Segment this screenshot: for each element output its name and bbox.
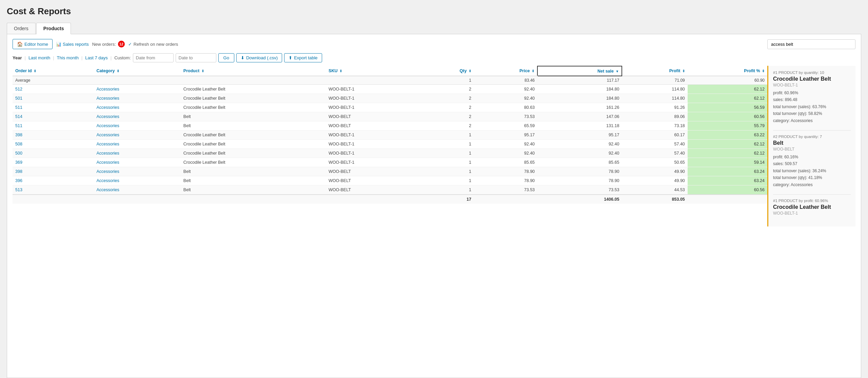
tab-orders[interactable]: Orders xyxy=(7,23,36,34)
product1-profit: profit: 60.96% xyxy=(773,89,851,96)
col-sku[interactable]: SKU ⇕ xyxy=(326,66,422,76)
cell-category[interactable]: Accessories xyxy=(94,176,180,185)
cell-qty: 2 xyxy=(422,94,474,103)
cell-order-id[interactable]: 396 xyxy=(13,176,94,185)
cell-category[interactable]: Accessories xyxy=(94,158,180,167)
cell-category[interactable]: Accessories xyxy=(94,112,180,121)
search-input[interactable] xyxy=(767,39,855,49)
avg-profit: 71.09 xyxy=(622,76,687,85)
cell-product: Crocodile Leather Belt xyxy=(181,140,326,149)
download-button[interactable]: ⬇ Download (.csv) xyxy=(236,53,282,62)
last-month-filter[interactable]: Last month xyxy=(28,55,50,60)
cell-order-id[interactable]: 512 xyxy=(13,85,94,94)
col-net-sale[interactable]: Net sale ▼ xyxy=(537,66,622,76)
cell-profit: 114.80 xyxy=(622,85,687,94)
cell-product: Crocodile Leather Belt xyxy=(181,103,326,112)
tab-products[interactable]: Products xyxy=(36,23,71,34)
cell-qty: 2 xyxy=(422,103,474,112)
product1-category: category: Accessories xyxy=(773,117,851,124)
cell-category[interactable]: Accessories xyxy=(94,149,180,158)
cell-qty: 1 xyxy=(422,185,474,195)
col-product[interactable]: Product ⇕ xyxy=(181,66,326,76)
cell-sku: WOO-BELT-1 xyxy=(326,94,422,103)
average-row: Average 1 83.46 117.17 71.09 60.90 xyxy=(13,76,767,85)
cell-order-id[interactable]: 398 xyxy=(13,131,94,140)
go-button[interactable]: Go xyxy=(218,53,234,62)
avg-qty: 1 xyxy=(422,76,474,85)
cell-profit: 49.90 xyxy=(622,167,687,176)
cell-category[interactable]: Accessories xyxy=(94,85,180,94)
table-row: 508 Accessories Crocodile Leather Belt W… xyxy=(13,140,767,149)
cell-profit-pct: 62.12 xyxy=(688,94,767,103)
cell-sku: WOO-BELT-1 xyxy=(326,140,422,149)
last7-filter[interactable]: Last 7 days xyxy=(85,55,108,60)
cell-category[interactable]: Accessories xyxy=(94,121,180,131)
product1-sku: WOO-BELT-1 xyxy=(773,83,851,87)
cell-price: 78.90 xyxy=(474,176,537,185)
product2-sales: sales: 509.57 xyxy=(773,160,851,167)
toolbar: 🏠 Editor home 📊 Sales reports New orders… xyxy=(13,39,855,49)
right-panel: #1 PRODUCT by quantity: 10 Crocodile Lea… xyxy=(767,66,855,226)
cell-order-id[interactable]: 511 xyxy=(13,103,94,112)
cell-category[interactable]: Accessories xyxy=(94,185,180,195)
cell-order-id[interactable]: 500 xyxy=(13,149,94,158)
date-to-input[interactable] xyxy=(176,53,216,62)
col-profit-pct[interactable]: Profit % ⇕ xyxy=(688,66,767,76)
cell-order-id[interactable]: 508 xyxy=(13,140,94,149)
cell-category[interactable]: Accessories xyxy=(94,167,180,176)
cell-order-id[interactable]: 501 xyxy=(13,94,94,103)
cell-price: 65.59 xyxy=(474,121,537,131)
main-content: 🏠 Editor home 📊 Sales reports New orders… xyxy=(7,34,861,378)
cell-sku: WOO-BELT-1 xyxy=(326,149,422,158)
col-order-id[interactable]: Order id ⇕ xyxy=(13,66,94,76)
cell-product: Belt xyxy=(181,167,326,176)
cell-sku: WOO-BELT-1 xyxy=(326,158,422,167)
content-area: Average 1 83.46 117.17 71.09 60.90 Order… xyxy=(13,66,855,226)
footer-qty: 17 xyxy=(422,195,474,204)
col-profit[interactable]: Profit ⇕ xyxy=(622,66,687,76)
cell-price: 95.17 xyxy=(474,131,537,140)
col-price[interactable]: Price ⇕ xyxy=(474,66,537,76)
cell-qty: 1 xyxy=(422,131,474,140)
cell-category[interactable]: Accessories xyxy=(94,94,180,103)
export-button[interactable]: ⬆ Export table xyxy=(284,53,322,62)
date-from-input[interactable] xyxy=(133,53,174,62)
cell-product: Belt xyxy=(181,121,326,131)
sales-reports-link[interactable]: 📊 Sales reports xyxy=(56,42,89,47)
year-filter[interactable]: Year xyxy=(13,55,22,60)
cell-order-id[interactable]: 511 xyxy=(13,121,94,131)
cell-order-id[interactable]: 513 xyxy=(13,185,94,195)
cell-order-id[interactable]: 369 xyxy=(13,158,94,167)
cell-qty: 1 xyxy=(422,167,474,176)
cell-category[interactable]: Accessories xyxy=(94,103,180,112)
cell-profit: 57.40 xyxy=(622,140,687,149)
col-category[interactable]: Category ⇕ xyxy=(94,66,180,76)
avg-price: 83.46 xyxy=(474,76,537,85)
cell-product: Crocodile Leather Belt xyxy=(181,94,326,103)
table-row: 513 Accessories Belt WOO-BELT 1 73.53 73… xyxy=(13,185,767,195)
cell-category[interactable]: Accessories xyxy=(94,140,180,149)
cell-profit-pct: 62.12 xyxy=(688,149,767,158)
table-row: 500 Accessories Crocodile Leather Belt W… xyxy=(13,149,767,158)
cell-order-id[interactable]: 514 xyxy=(13,112,94,121)
cell-sku: WOO-BELT xyxy=(326,112,422,121)
tabs-bar: Orders Products xyxy=(7,23,861,34)
cell-product: Crocodile Leather Belt xyxy=(181,158,326,167)
cell-qty: 1 xyxy=(422,176,474,185)
product3-section: #1 PRODUCT by profit: 60.96% Crocodile L… xyxy=(773,199,851,216)
editor-home-button[interactable]: 🏠 Editor home xyxy=(13,39,53,49)
cell-profit-pct: 60.56 xyxy=(688,185,767,195)
cell-qty: 2 xyxy=(422,121,474,131)
cell-category[interactable]: Accessories xyxy=(94,131,180,140)
cell-net-sale: 85.65 xyxy=(537,158,622,167)
cell-sku: WOO-BELT xyxy=(326,121,422,131)
cell-order-id[interactable]: 398 xyxy=(13,167,94,176)
cell-net-sale: 73.53 xyxy=(537,185,622,195)
product2-name: Belt xyxy=(773,140,851,146)
download-icon: ⬇ xyxy=(241,55,244,60)
cell-profit: 91.26 xyxy=(622,103,687,112)
this-month-filter[interactable]: This month xyxy=(57,55,79,60)
cell-net-sale: 131.18 xyxy=(537,121,622,131)
table-footer-row: 17 1406.05 853.05 xyxy=(13,195,767,204)
col-qty[interactable]: Qty ⇕ xyxy=(422,66,474,76)
